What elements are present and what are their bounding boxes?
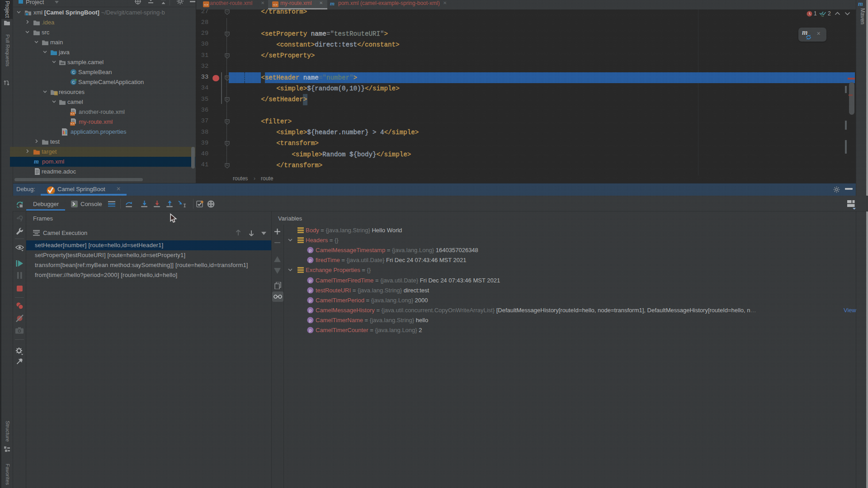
svg-text:p: p [309,288,311,293]
svg-text:m: m [34,158,39,165]
svg-text:p: p [309,258,311,263]
svg-text:<>: <> [204,3,208,7]
svg-text:p: p [309,318,311,323]
svg-text:C: C [72,70,75,75]
svg-text:p: p [309,248,311,253]
svg-text:<>: <> [273,3,278,7]
svg-text:p: p [309,308,311,313]
svg-text:C: C [72,80,75,84]
svg-text:p: p [309,278,311,283]
svg-text:p: p [309,328,311,333]
svg-text:<>: <> [71,112,74,116]
svg-text:p: p [309,298,311,303]
svg-text:<>: <> [71,122,74,126]
